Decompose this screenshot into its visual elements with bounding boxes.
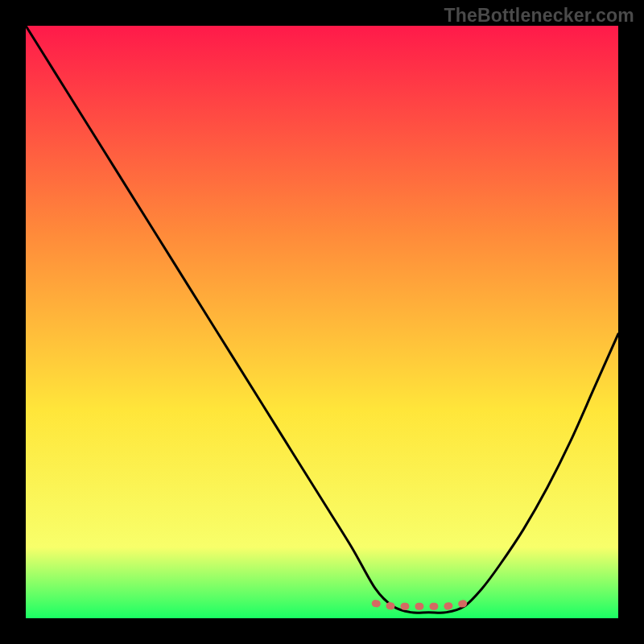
chart-svg <box>26 26 618 618</box>
plot-area <box>26 26 618 618</box>
chart-frame: TheBottlenecker.com <box>0 0 644 644</box>
bottom-marker-band <box>375 604 464 607</box>
gradient-background <box>26 26 618 618</box>
brand-watermark: TheBottlenecker.com <box>444 5 634 27</box>
